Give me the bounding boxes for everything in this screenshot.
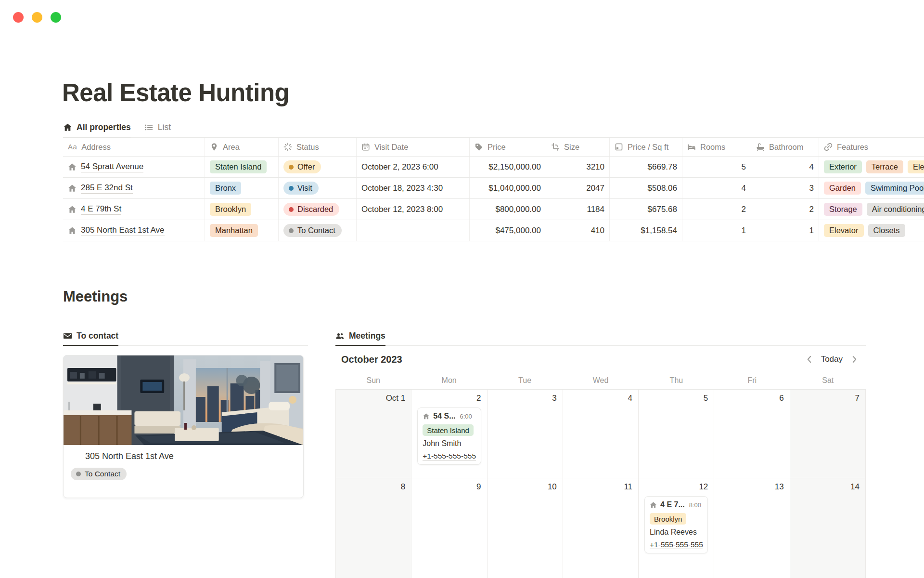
tab-list[interactable]: List [144, 118, 171, 138]
calendar-day-cell[interactable]: 5 [639, 390, 714, 478]
bathtub-icon [756, 143, 765, 151]
cell-area: Bronx [205, 178, 279, 198]
properties-view-tabs: All propertiesList [63, 118, 171, 137]
day-number: 8 [342, 482, 405, 492]
chevron-right-icon[interactable] [849, 355, 859, 364]
calendar-day-cell[interactable]: 6 [714, 390, 790, 478]
card-title[interactable]: 305 North East 1st Ave [71, 451, 296, 461]
calendar-day-cell[interactable]: 8 [336, 478, 411, 578]
tag-storage: Storage [824, 203, 862, 216]
today-button[interactable]: Today [821, 355, 843, 364]
column-header-price-sq-ft[interactable]: Price / Sq ft [610, 138, 682, 156]
house-icon [68, 184, 77, 193]
status-spinner-icon [283, 143, 292, 151]
day-number: 7 [796, 394, 860, 403]
table-row[interactable]: 305 North East 1st AveManhattanTo Contac… [63, 220, 924, 241]
calendar-day-cell[interactable]: 7 [790, 390, 866, 478]
calendar-day-cell[interactable]: 11 [563, 478, 639, 578]
location-pin-icon [210, 143, 218, 151]
cell-features: ElevatorClosets [819, 220, 924, 241]
table-row[interactable]: 4 E 79th StBrooklynDiscardedOctober 12, … [63, 199, 924, 220]
window-controls [13, 12, 61, 23]
chevron-left-icon[interactable] [805, 355, 814, 364]
tab-to-contact[interactable]: To contact [63, 327, 118, 346]
event-phone[interactable]: +1-555-555-5555 [650, 540, 703, 549]
meeting-event-card[interactable]: 54 S...6:00Staten IslandJohn Smith+1-555… [417, 407, 481, 465]
formula-icon [615, 143, 623, 151]
day-number: 12 [644, 482, 708, 492]
column-header-area[interactable]: Area [205, 138, 279, 156]
cell-area: Staten Island [205, 157, 279, 177]
minimize-button[interactable] [32, 12, 42, 23]
address-link[interactable]: 4 E 79th St [81, 204, 121, 214]
crop-icon [551, 143, 560, 151]
cell-price-sqft: $1,158.54 [610, 220, 682, 241]
cell-address: 4 E 79th St [63, 199, 205, 220]
event-phone[interactable]: +1-555-555-5555 [423, 452, 475, 460]
cell-price: $475,000.00 [470, 220, 546, 241]
table-row[interactable]: 285 E 32nd StBronxVisitOctober 18, 2023 … [63, 178, 924, 199]
meeting-event-card[interactable]: 4 E 7...8:00BrooklynLinda Reeves+1-555-5… [644, 496, 708, 553]
day-number: 10 [493, 482, 557, 492]
status-label: Offer [297, 162, 315, 171]
house-icon [423, 413, 430, 420]
tag-closets: Closets [868, 224, 905, 237]
page-title: Real Estate Hunting [62, 79, 289, 107]
day-number: 13 [720, 482, 783, 492]
address-link[interactable]: 305 North East 1st Ave [81, 225, 165, 236]
cell-area: Brooklyn [205, 199, 279, 220]
weekday-label: Wed [563, 376, 638, 385]
cell-features: GardenSwimming Pool [819, 178, 924, 198]
column-header-features[interactable]: Features [819, 138, 924, 156]
calendar-day-cell[interactable]: 13 [714, 478, 790, 578]
cell-price-sqft: $508.06 [610, 178, 682, 198]
column-header-size[interactable]: Size [546, 138, 610, 156]
column-header-bathroom[interactable]: Bathroom [751, 138, 819, 156]
tab-label: List [158, 122, 171, 132]
cell-address: 54 Spratt Avenue [63, 157, 205, 177]
column-header-visit-date[interactable]: Visit Date [357, 138, 470, 156]
meetings-heading: Meetings [63, 288, 128, 305]
cell-bathroom: 1 [751, 220, 819, 241]
status-badge: To Contact [283, 224, 342, 237]
tag-elevator: Elevator [908, 160, 924, 173]
calendar-day-cell[interactable]: 4 [563, 390, 639, 478]
calendar-day-cell[interactable]: 10 [488, 478, 563, 578]
property-gallery-card[interactable]: 305 North East 1st Ave To Contact [63, 355, 304, 498]
card-address: 305 North East 1st Ave [85, 451, 174, 461]
house-icon [650, 501, 657, 509]
cell-bathroom: 4 [751, 157, 819, 177]
close-button[interactable] [13, 12, 24, 23]
weekday-label: Sat [790, 376, 866, 385]
day-number: 5 [644, 394, 708, 403]
tab-all-properties[interactable]: All properties [63, 118, 131, 138]
house-icon [68, 205, 77, 214]
column-header-rooms[interactable]: Rooms [682, 138, 751, 156]
cell-features: ExteriorTerraceElevator [819, 157, 924, 177]
column-header-price[interactable]: Price [470, 138, 546, 156]
column-header-address[interactable]: AaAddress [63, 138, 205, 156]
calendar-day-cell[interactable]: 14 [790, 478, 866, 578]
status-dot [76, 472, 81, 476]
cell-status: Visit [279, 178, 357, 198]
people-icon [335, 331, 345, 341]
status-badge: Offer [283, 160, 321, 173]
calendar-day-cell[interactable]: Oct 1 [336, 390, 411, 478]
cell-price: $2,150,000.00 [470, 157, 546, 177]
tab-meetings[interactable]: Meetings [335, 327, 385, 346]
calendar-day-cell[interactable]: 124 E 7...8:00BrooklynLinda Reeves+1-555… [639, 478, 714, 578]
table-row[interactable]: 54 Spratt AvenueStaten IslandOfferOctobe… [63, 157, 924, 178]
cell-rooms: 2 [682, 199, 751, 220]
cell-rooms: 1 [682, 220, 751, 241]
address-link[interactable]: 54 Spratt Avenue [81, 161, 143, 172]
calendar-week: 891011124 E 7...8:00BrooklynLinda Reeves… [336, 478, 866, 578]
event-contact-name: Linda Reeves [650, 528, 703, 537]
column-label: Visit Date [374, 143, 408, 152]
calendar-day-cell[interactable]: 3 [488, 390, 563, 478]
event-title: 4 E 7... [660, 500, 685, 509]
address-link[interactable]: 285 E 32nd St [81, 183, 133, 193]
calendar-day-cell[interactable]: 9 [411, 478, 487, 578]
column-header-status[interactable]: Status [279, 138, 357, 156]
fullscreen-button[interactable] [51, 12, 61, 23]
calendar-day-cell[interactable]: 254 S...6:00Staten IslandJohn Smith+1-55… [411, 390, 487, 478]
